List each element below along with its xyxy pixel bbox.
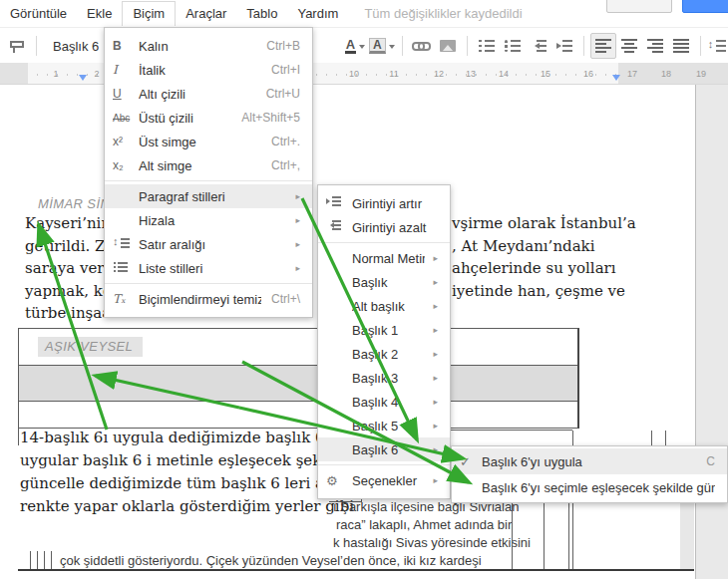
menu-item-shortcut: C	[706, 454, 715, 468]
menu-item-label: Başlık 1	[352, 323, 425, 338]
menu-item-label: Girintiyi azalt	[352, 220, 438, 235]
table-border	[18, 428, 19, 445]
align-left-icon	[595, 39, 611, 53]
list-styles-icon	[113, 261, 130, 273]
menu-item-subtitle[interactable]: Alt başlık▸	[318, 294, 450, 318]
menu-item-label: Başlık 6'yı seçimle eşleşecek şekilde gü…	[482, 480, 715, 495]
menu-tablo[interactable]: Tablo	[236, 1, 287, 26]
menu-goruntule[interactable]: Görüntüle	[0, 1, 77, 26]
menu-item-align[interactable]: Hizala▸	[105, 208, 312, 232]
menu-item-label: Başlık 4	[352, 395, 425, 410]
menu-item-heading5[interactable]: Başlık 5▸	[318, 414, 450, 437]
menu-item-title[interactable]: Başlık▸	[318, 270, 450, 294]
menu-item-clear-formatting[interactable]: TₓBiçimlendirmeyi temizleCtrl+\	[105, 287, 312, 311]
table-border	[44, 551, 45, 570]
menu-item-label: İtalik	[139, 63, 261, 78]
menu-item-decrease-indent[interactable]: Girintiyi azalt	[318, 215, 450, 239]
align-center-button[interactable]	[616, 33, 642, 59]
insert-link-button[interactable]	[409, 33, 435, 59]
menu-separator	[318, 242, 450, 243]
menu-item-update-heading6[interactable]: Başlık 6'yı seçimle eşleşecek şekilde gü…	[452, 474, 727, 500]
submenu-arrow-icon: ▸	[433, 253, 438, 263]
ruler-number: 10	[349, 69, 359, 79]
menu-item-heading6[interactable]: Başlık 6▸	[318, 437, 450, 461]
highlight-color-button[interactable]: A	[368, 33, 396, 59]
menu-item-shortcut: Ctrl+\	[271, 292, 300, 306]
menu-item-subscript[interactable]: x₂Alt simgeCtrl+,	[105, 153, 312, 177]
menu-araclar[interactable]: Araçlar	[176, 1, 236, 26]
ruler-number: 11	[389, 69, 398, 79]
menu-item-paragraph-styles[interactable]: Paragraf stilleri▸	[105, 184, 312, 208]
table-border	[568, 495, 569, 570]
menu-item-bold[interactable]: BKalınCtrl+B	[105, 34, 312, 58]
share-button[interactable]	[682, 0, 728, 13]
comments-button[interactable]	[606, 0, 672, 13]
italic-icon: I	[113, 63, 139, 77]
doc-text: iyetinde han, çeşme ve	[452, 282, 625, 300]
submenu-arrow-icon: ▸	[433, 397, 438, 407]
ruler-number: 12	[434, 69, 444, 79]
line-spacing-button[interactable]	[707, 33, 728, 59]
text-color-button[interactable]: A	[342, 33, 368, 59]
menu-item-apply-heading6[interactable]: ✓ Başlık 6'yı uygula C	[452, 448, 727, 474]
menu-item-label: Alt başlık	[352, 299, 425, 314]
doc-text: uygular başlık 6 i metinle eşleşecek şek…	[20, 451, 349, 469]
menu-item-heading3[interactable]: Başlık 3▸	[318, 366, 450, 390]
google-docs-window: Görüntüle Ekle Biçim Araçlar Tablo Yardı…	[0, 0, 728, 579]
menu-item-heading4[interactable]: Başlık 4▸	[318, 390, 450, 414]
doc-text: 14-başlık 6ı uygula dediğimizde başlık 6…	[20, 429, 334, 446]
menu-item-line-spacing[interactable]: Satır aralığı▸	[105, 232, 312, 256]
paint-format-button[interactable]	[4, 33, 30, 59]
menu-item-strikethrough[interactable]: AbcÜstü çiziliAlt+Shift+5	[105, 106, 312, 130]
align-left-button[interactable]	[590, 33, 616, 59]
justify-button[interactable]	[668, 33, 694, 59]
decrease-indent-icon	[531, 39, 546, 53]
align-right-icon	[647, 39, 663, 53]
ruler-number: 15	[541, 69, 550, 79]
menu-item-superscript[interactable]: x²Üst simgeCtrl+.	[105, 130, 312, 153]
menu-bicim[interactable]: Biçim	[122, 1, 176, 26]
table-border	[329, 501, 362, 502]
menu-item-label: Hizala	[139, 213, 287, 228]
doc-table: AŞIK VEYSEL	[18, 328, 579, 429]
menu-item-underline[interactable]: UAltı çiziliCtrl+U	[105, 82, 312, 106]
submenu-arrow-icon: ▸	[433, 325, 438, 335]
table-border	[651, 431, 652, 446]
ruler-number: 18	[661, 69, 671, 79]
numbered-list-button[interactable]	[474, 33, 500, 59]
paragraph-style-selector[interactable]: Başlık 6	[43, 39, 109, 54]
clear-formatting-icon: Tₓ	[113, 292, 139, 306]
doc-text: vşirme olarak İstanbul’a	[452, 214, 636, 232]
submenu-arrow-icon: ▸	[433, 277, 438, 287]
align-right-button[interactable]	[642, 33, 668, 59]
menu-item-list-styles[interactable]: Liste stilleri▸	[105, 256, 312, 280]
highlight-color-icon: A	[369, 38, 386, 54]
menu-item-label: Seçenekler	[352, 473, 425, 488]
link-icon	[412, 42, 431, 51]
line-spacing-icon	[708, 39, 726, 53]
table-border	[37, 551, 38, 570]
indent-marker-right[interactable]	[612, 75, 620, 85]
table-border-bottom	[18, 569, 694, 571]
menu-yardim[interactable]: Yardım	[287, 1, 348, 26]
decrease-indent-button[interactable]	[526, 33, 551, 59]
menu-item-increase-indent[interactable]: Girintiyi artır	[318, 191, 450, 215]
menu-item-options[interactable]: ⚙Seçenekler▸	[318, 468, 450, 492]
menu-item-label: Altı çizili	[139, 87, 256, 102]
decrease-indent-icon	[326, 220, 343, 231]
menu-ekle[interactable]: Ekle	[77, 1, 122, 26]
increase-indent-button[interactable]	[551, 33, 577, 59]
insert-image-button[interactable]	[435, 33, 461, 59]
superscript-icon: x²	[113, 135, 139, 148]
doc-text: çok şiddetli gösteriyordu. Çiçek yüzünde…	[60, 553, 482, 568]
table-row-shaded	[19, 366, 577, 402]
bulleted-list-button[interactable]	[500, 33, 526, 59]
menu-item-normal-text[interactable]: Normal Metin▸	[318, 246, 450, 270]
toolbar-separator	[583, 36, 584, 56]
underline-icon: U	[113, 87, 139, 101]
menu-item-heading2[interactable]: Başlık 2▸	[318, 342, 450, 366]
indent-marker-left[interactable]	[79, 75, 87, 85]
menu-item-italic[interactable]: IİtalikCtrl+I	[105, 58, 312, 82]
ruler-number: 14	[499, 69, 509, 79]
menu-item-heading1[interactable]: Başlık 1▸	[318, 318, 450, 342]
